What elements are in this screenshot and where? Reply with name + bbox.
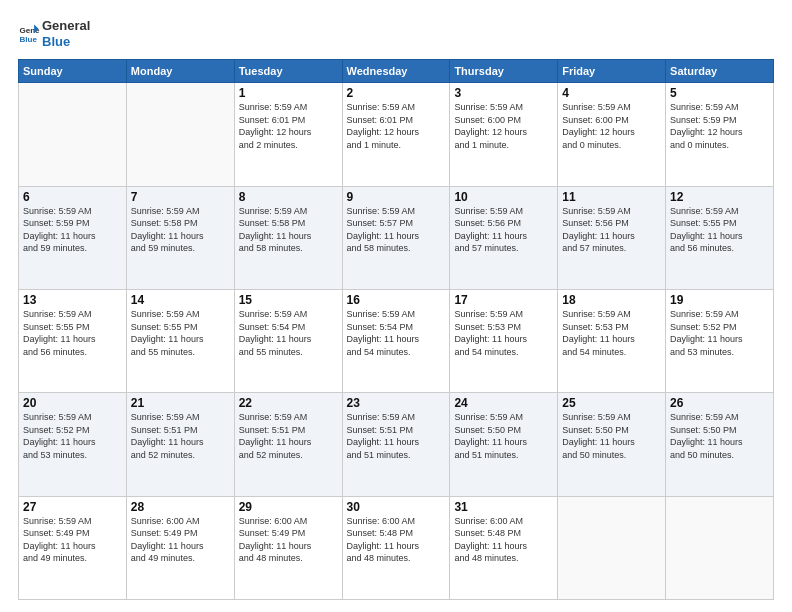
day-info: Sunrise: 5:59 AM Sunset: 5:55 PM Dayligh… bbox=[670, 205, 769, 255]
calendar-cell: 22Sunrise: 5:59 AM Sunset: 5:51 PM Dayli… bbox=[234, 393, 342, 496]
calendar-cell: 11Sunrise: 5:59 AM Sunset: 5:56 PM Dayli… bbox=[558, 186, 666, 289]
day-number: 24 bbox=[454, 396, 553, 410]
weekday-header: Monday bbox=[126, 60, 234, 83]
calendar-cell: 8Sunrise: 5:59 AM Sunset: 5:58 PM Daylig… bbox=[234, 186, 342, 289]
day-number: 20 bbox=[23, 396, 122, 410]
day-number: 19 bbox=[670, 293, 769, 307]
day-info: Sunrise: 5:59 AM Sunset: 5:54 PM Dayligh… bbox=[239, 308, 338, 358]
day-info: Sunrise: 5:59 AM Sunset: 5:51 PM Dayligh… bbox=[239, 411, 338, 461]
calendar-cell: 3Sunrise: 5:59 AM Sunset: 6:00 PM Daylig… bbox=[450, 83, 558, 186]
day-number: 7 bbox=[131, 190, 230, 204]
calendar-cell: 10Sunrise: 5:59 AM Sunset: 5:56 PM Dayli… bbox=[450, 186, 558, 289]
logo-text-line2: Blue bbox=[42, 34, 90, 50]
day-info: Sunrise: 6:00 AM Sunset: 5:49 PM Dayligh… bbox=[131, 515, 230, 565]
day-info: Sunrise: 5:59 AM Sunset: 5:59 PM Dayligh… bbox=[23, 205, 122, 255]
day-info: Sunrise: 5:59 AM Sunset: 5:50 PM Dayligh… bbox=[454, 411, 553, 461]
day-number: 2 bbox=[347, 86, 446, 100]
day-info: Sunrise: 6:00 AM Sunset: 5:48 PM Dayligh… bbox=[347, 515, 446, 565]
weekday-header: Wednesday bbox=[342, 60, 450, 83]
calendar-cell: 26Sunrise: 5:59 AM Sunset: 5:50 PM Dayli… bbox=[666, 393, 774, 496]
calendar-cell: 14Sunrise: 5:59 AM Sunset: 5:55 PM Dayli… bbox=[126, 289, 234, 392]
page: General Blue General Blue SundayMondayTu… bbox=[0, 0, 792, 612]
calendar-cell: 23Sunrise: 5:59 AM Sunset: 5:51 PM Dayli… bbox=[342, 393, 450, 496]
day-info: Sunrise: 5:59 AM Sunset: 5:51 PM Dayligh… bbox=[347, 411, 446, 461]
day-info: Sunrise: 5:59 AM Sunset: 5:57 PM Dayligh… bbox=[347, 205, 446, 255]
day-number: 11 bbox=[562, 190, 661, 204]
calendar-cell: 20Sunrise: 5:59 AM Sunset: 5:52 PM Dayli… bbox=[19, 393, 127, 496]
day-number: 4 bbox=[562, 86, 661, 100]
calendar-cell: 30Sunrise: 6:00 AM Sunset: 5:48 PM Dayli… bbox=[342, 496, 450, 599]
weekday-header: Tuesday bbox=[234, 60, 342, 83]
day-info: Sunrise: 5:59 AM Sunset: 6:00 PM Dayligh… bbox=[454, 101, 553, 151]
weekday-header: Friday bbox=[558, 60, 666, 83]
day-info: Sunrise: 5:59 AM Sunset: 5:50 PM Dayligh… bbox=[670, 411, 769, 461]
calendar-cell: 15Sunrise: 5:59 AM Sunset: 5:54 PM Dayli… bbox=[234, 289, 342, 392]
calendar-cell: 6Sunrise: 5:59 AM Sunset: 5:59 PM Daylig… bbox=[19, 186, 127, 289]
weekday-header: Thursday bbox=[450, 60, 558, 83]
day-info: Sunrise: 5:59 AM Sunset: 5:59 PM Dayligh… bbox=[670, 101, 769, 151]
day-number: 13 bbox=[23, 293, 122, 307]
day-number: 5 bbox=[670, 86, 769, 100]
day-info: Sunrise: 5:59 AM Sunset: 5:51 PM Dayligh… bbox=[131, 411, 230, 461]
day-info: Sunrise: 5:59 AM Sunset: 5:52 PM Dayligh… bbox=[670, 308, 769, 358]
weekday-header: Saturday bbox=[666, 60, 774, 83]
day-info: Sunrise: 5:59 AM Sunset: 5:55 PM Dayligh… bbox=[131, 308, 230, 358]
day-number: 9 bbox=[347, 190, 446, 204]
calendar-cell bbox=[666, 496, 774, 599]
day-info: Sunrise: 6:00 AM Sunset: 5:49 PM Dayligh… bbox=[239, 515, 338, 565]
calendar-cell: 7Sunrise: 5:59 AM Sunset: 5:58 PM Daylig… bbox=[126, 186, 234, 289]
day-info: Sunrise: 5:59 AM Sunset: 5:53 PM Dayligh… bbox=[454, 308, 553, 358]
calendar-week-row: 6Sunrise: 5:59 AM Sunset: 5:59 PM Daylig… bbox=[19, 186, 774, 289]
day-number: 18 bbox=[562, 293, 661, 307]
day-number: 21 bbox=[131, 396, 230, 410]
day-number: 29 bbox=[239, 500, 338, 514]
day-info: Sunrise: 5:59 AM Sunset: 5:54 PM Dayligh… bbox=[347, 308, 446, 358]
day-info: Sunrise: 5:59 AM Sunset: 6:01 PM Dayligh… bbox=[347, 101, 446, 151]
day-number: 14 bbox=[131, 293, 230, 307]
calendar-cell: 16Sunrise: 5:59 AM Sunset: 5:54 PM Dayli… bbox=[342, 289, 450, 392]
calendar-cell: 1Sunrise: 5:59 AM Sunset: 6:01 PM Daylig… bbox=[234, 83, 342, 186]
calendar-cell: 31Sunrise: 6:00 AM Sunset: 5:48 PM Dayli… bbox=[450, 496, 558, 599]
day-info: Sunrise: 5:59 AM Sunset: 6:01 PM Dayligh… bbox=[239, 101, 338, 151]
day-info: Sunrise: 6:00 AM Sunset: 5:48 PM Dayligh… bbox=[454, 515, 553, 565]
day-info: Sunrise: 5:59 AM Sunset: 5:50 PM Dayligh… bbox=[562, 411, 661, 461]
calendar-week-row: 20Sunrise: 5:59 AM Sunset: 5:52 PM Dayli… bbox=[19, 393, 774, 496]
calendar-cell bbox=[126, 83, 234, 186]
day-number: 1 bbox=[239, 86, 338, 100]
day-number: 27 bbox=[23, 500, 122, 514]
day-info: Sunrise: 5:59 AM Sunset: 5:58 PM Dayligh… bbox=[131, 205, 230, 255]
day-info: Sunrise: 5:59 AM Sunset: 5:55 PM Dayligh… bbox=[23, 308, 122, 358]
calendar-cell: 4Sunrise: 5:59 AM Sunset: 6:00 PM Daylig… bbox=[558, 83, 666, 186]
calendar-cell bbox=[558, 496, 666, 599]
weekday-header: Sunday bbox=[19, 60, 127, 83]
logo-icon: General Blue bbox=[18, 23, 40, 45]
calendar-header-row: SundayMondayTuesdayWednesdayThursdayFrid… bbox=[19, 60, 774, 83]
day-info: Sunrise: 5:59 AM Sunset: 5:52 PM Dayligh… bbox=[23, 411, 122, 461]
logo: General Blue General Blue bbox=[18, 18, 90, 49]
calendar-cell: 12Sunrise: 5:59 AM Sunset: 5:55 PM Dayli… bbox=[666, 186, 774, 289]
calendar-cell: 13Sunrise: 5:59 AM Sunset: 5:55 PM Dayli… bbox=[19, 289, 127, 392]
calendar-cell: 24Sunrise: 5:59 AM Sunset: 5:50 PM Dayli… bbox=[450, 393, 558, 496]
calendar-table: SundayMondayTuesdayWednesdayThursdayFrid… bbox=[18, 59, 774, 600]
day-number: 17 bbox=[454, 293, 553, 307]
day-number: 30 bbox=[347, 500, 446, 514]
day-number: 3 bbox=[454, 86, 553, 100]
calendar-cell bbox=[19, 83, 127, 186]
day-info: Sunrise: 5:59 AM Sunset: 5:53 PM Dayligh… bbox=[562, 308, 661, 358]
calendar-week-row: 13Sunrise: 5:59 AM Sunset: 5:55 PM Dayli… bbox=[19, 289, 774, 392]
day-number: 12 bbox=[670, 190, 769, 204]
day-number: 31 bbox=[454, 500, 553, 514]
calendar-cell: 21Sunrise: 5:59 AM Sunset: 5:51 PM Dayli… bbox=[126, 393, 234, 496]
calendar-cell: 2Sunrise: 5:59 AM Sunset: 6:01 PM Daylig… bbox=[342, 83, 450, 186]
calendar-week-row: 1Sunrise: 5:59 AM Sunset: 6:01 PM Daylig… bbox=[19, 83, 774, 186]
day-number: 26 bbox=[670, 396, 769, 410]
day-number: 6 bbox=[23, 190, 122, 204]
day-info: Sunrise: 5:59 AM Sunset: 5:58 PM Dayligh… bbox=[239, 205, 338, 255]
header: General Blue General Blue bbox=[18, 18, 774, 49]
day-number: 15 bbox=[239, 293, 338, 307]
calendar-cell: 5Sunrise: 5:59 AM Sunset: 5:59 PM Daylig… bbox=[666, 83, 774, 186]
day-number: 23 bbox=[347, 396, 446, 410]
day-number: 28 bbox=[131, 500, 230, 514]
calendar-cell: 9Sunrise: 5:59 AM Sunset: 5:57 PM Daylig… bbox=[342, 186, 450, 289]
calendar-cell: 18Sunrise: 5:59 AM Sunset: 5:53 PM Dayli… bbox=[558, 289, 666, 392]
